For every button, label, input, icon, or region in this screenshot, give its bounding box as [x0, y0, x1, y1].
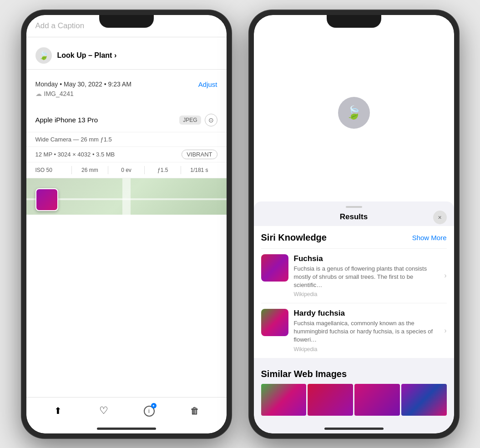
exif-focal: 26 mm — [72, 166, 108, 174]
meta-section: Monday • May 30, 2022 • 9:23 AM Adjust ☁… — [26, 74, 227, 104]
format-badge: JPEG — [179, 116, 201, 125]
lookup-text: Look Up – Plant › — [57, 51, 117, 60]
camera-detail: Wide Camera — 26 mm ƒ1.5 — [26, 132, 227, 147]
siri-leaf-icon: 🍃 — [346, 105, 362, 120]
volume-down-button[interactable] — [22, 136, 22, 163]
siri-knowledge-section: Siri Knowledge Show More Fuchsia Fuchsia… — [254, 226, 454, 358]
filename: IMG_4241 — [44, 90, 74, 97]
fuchsia-desc: Fuchsia is a genus of flowering plants t… — [294, 265, 441, 290]
volume-up-button-r[interactable] — [249, 101, 250, 129]
close-button[interactable]: × — [433, 211, 447, 224]
siri-knowledge-header: Siri Knowledge Show More — [261, 232, 447, 243]
meta-date-row: Monday • May 30, 2022 • 9:23 AM Adjust — [35, 81, 217, 88]
favorite-button[interactable]: ♡ — [94, 401, 114, 421]
chevron-right-icon: › — [444, 272, 446, 280]
hardy-desc: Fuchsia magellanica, commonly known as t… — [294, 319, 441, 344]
exif-ev: 0 ev — [108, 166, 145, 174]
exif-shutter: 1/181 s — [181, 166, 217, 174]
exif-iso: ISO 50 — [35, 166, 72, 174]
info-area: Add a Caption 🍃 Look Up – Plant › — [26, 15, 227, 215]
caption-placeholder: Add a Caption — [35, 21, 85, 30]
results-title: Results — [340, 212, 368, 221]
knowledge-item-fuchsia[interactable]: Fuchsia Fuchsia is a genus of flowering … — [261, 248, 447, 303]
volume-down-button-r[interactable] — [249, 136, 250, 163]
lookup-chevron: › — [114, 51, 116, 59]
web-image-1[interactable] — [261, 384, 307, 416]
left-phone: Add a Caption 🍃 Look Up – Plant › — [22, 10, 231, 438]
volume-up-button[interactable] — [22, 101, 22, 129]
hardy-thumbnail — [261, 309, 288, 336]
home-indicator — [97, 428, 156, 430]
power-button[interactable] — [231, 101, 231, 142]
lookup-label: Look Up – — [57, 51, 92, 59]
right-phone-screen: 🍃 Results × Siri Knowledge — [254, 15, 454, 433]
web-image-3[interactable] — [354, 384, 400, 416]
cloud-icon: ☁ — [35, 90, 42, 97]
share-button[interactable]: ⬆ — [48, 401, 68, 421]
lookup-icon: 🍃 — [35, 47, 52, 64]
fuchsia-name: Fuchsia — [294, 254, 441, 263]
camera-detail-text: Wide Camera — 26 mm ƒ1.5 — [35, 136, 112, 143]
camera-detail-row2: 12 MP • 3024 × 4032 • 3.5 MB VIBRANT — [26, 147, 227, 162]
siri-overlay: 🍃 — [338, 97, 370, 129]
hardy-text: Hardy fuchsia Fuchsia magellanica, commo… — [294, 309, 441, 352]
leaf-icon: 🍃 — [39, 50, 49, 60]
trash-icon: 🗑 — [190, 406, 199, 416]
meta-filename: ☁ IMG_4241 — [35, 90, 217, 97]
delete-button[interactable]: 🗑 — [185, 401, 205, 421]
chevron-right-icon-2: › — [444, 327, 446, 335]
notch — [99, 15, 154, 28]
heart-icon: ♡ — [99, 405, 108, 417]
vibrant-badge: VIBRANT — [182, 150, 217, 159]
web-images-section: Similar Web Images — [254, 363, 454, 419]
device-name: Apple iPhone 13 Pro — [35, 116, 180, 124]
camera-detail2-text: 12 MP • 3024 × 4032 • 3.5 MB — [35, 151, 115, 158]
show-more-button[interactable]: Show More — [412, 234, 447, 242]
adjust-button[interactable]: Adjust — [198, 81, 217, 88]
hardy-source: Wikipedia — [294, 346, 441, 352]
device-row: Apple iPhone 13 Pro JPEG ⊙ — [26, 108, 227, 132]
knowledge-item-hardy[interactable]: Hardy fuchsia Fuchsia magellanica, commo… — [261, 303, 447, 358]
web-images-title: Similar Web Images — [261, 369, 447, 379]
exif-row: ISO 50 26 mm 0 ev ƒ1.5 1/181 s — [26, 162, 227, 178]
left-phone-screen: Add a Caption 🍃 Look Up – Plant › — [26, 15, 227, 433]
meta-date: Monday • May 30, 2022 • 9:23 AM — [35, 81, 131, 88]
notch-right — [327, 15, 381, 28]
results-header: Results × — [254, 211, 454, 226]
fuchsia-thumbnail — [261, 254, 288, 282]
right-phone: 🍃 Results × Siri Knowledge — [249, 10, 459, 438]
info-button[interactable]: i ✦ — [139, 401, 159, 421]
gear-button[interactable]: ⊙ — [205, 114, 217, 126]
map-area[interactable] — [26, 178, 227, 215]
exif-aperture: ƒ1.5 — [145, 166, 181, 174]
phones-container: Add a Caption 🍃 Look Up – Plant › — [22, 10, 459, 438]
mute-button-r[interactable] — [249, 79, 250, 93]
results-panel: Results × Siri Knowledge Show More — [254, 201, 454, 433]
results-handle[interactable] — [346, 206, 362, 208]
power-button-r[interactable] — [458, 101, 459, 142]
fuchsia-text: Fuchsia Fuchsia is a genus of flowering … — [294, 254, 441, 298]
lookup-subject: Plant — [94, 51, 112, 59]
web-images-grid — [261, 384, 447, 416]
mute-button[interactable] — [22, 79, 22, 93]
siri-knowledge-title: Siri Knowledge — [261, 232, 327, 243]
siri-dot — [353, 131, 355, 134]
web-image-4[interactable] — [401, 384, 447, 416]
map-photo-thumbnail — [35, 188, 58, 211]
fuchsia-source: Wikipedia — [294, 291, 441, 297]
close-icon: × — [438, 214, 441, 221]
lookup-row[interactable]: 🍃 Look Up – Plant › — [26, 42, 227, 70]
hardy-name: Hardy fuchsia — [294, 309, 441, 318]
device-section: Apple iPhone 13 Pro JPEG ⊙ Wide Camera —… — [26, 108, 227, 178]
share-icon: ⬆ — [54, 405, 62, 416]
info-icon: i ✦ — [144, 405, 155, 417]
home-indicator-right — [324, 428, 384, 430]
web-image-2[interactable] — [308, 384, 353, 416]
